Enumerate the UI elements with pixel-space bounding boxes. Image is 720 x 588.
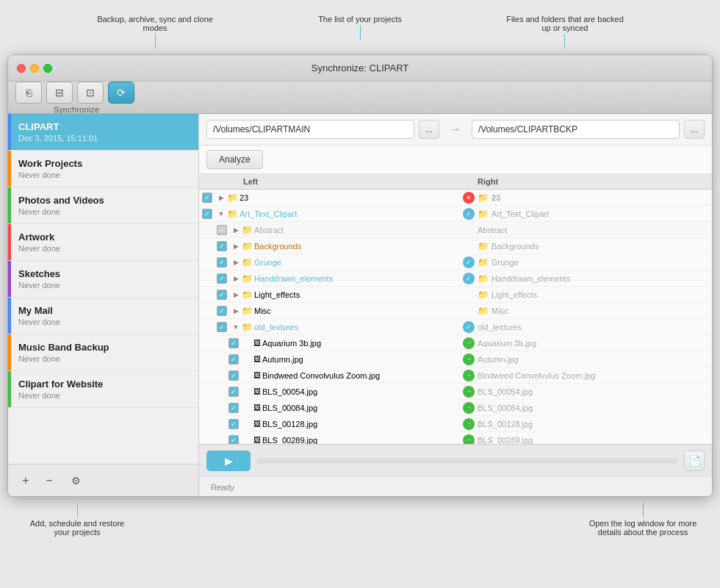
sidebar-item-mymail[interactable]: My Mail Never done [8, 298, 198, 334]
indicator-clipart [8, 114, 11, 150]
tree-row[interactable]: ▶ 📁 23 ✕ 📁 23 [199, 190, 712, 206]
item-name-mymail: My Mail [18, 305, 188, 316]
checkbox-old[interactable] [217, 322, 227, 332]
annot-bottom-line-right [643, 503, 644, 517]
filename-old: old_textures [254, 323, 298, 331]
checkbox-128[interactable] [228, 419, 239, 429]
tree-row[interactable]: ▶ 📁 Backgrounds 📁 Backgrounds [199, 238, 712, 254]
play-button[interactable]: ▶ [206, 451, 251, 471]
sidebar-item-musicband[interactable]: Music Band Backup Never done [8, 334, 198, 371]
expand-abstract[interactable]: ▶ [231, 226, 240, 234]
filename-289: BLS_00289.jpg [262, 436, 317, 445]
tree-row[interactable]: ▶ 📁 Misc 📁 Misc [199, 303, 712, 319]
sidebar-item-clipartsite[interactable]: Clipart for Website Never done [8, 371, 198, 408]
expand-hand[interactable]: ▶ [231, 274, 240, 283]
item-name-music: Music Band Backup [18, 342, 188, 353]
sidebar-footer: + − ⚙ [8, 464, 198, 496]
backup-button[interactable]: ⎗ [15, 82, 42, 104]
checkbox-light[interactable] [217, 290, 227, 300]
expand-light[interactable]: ▶ [231, 290, 240, 299]
expand-grunge[interactable]: ▶ [231, 258, 240, 267]
expand-bw [243, 371, 252, 380]
tree-left-abstract: ▶ 📁 Abstract [199, 225, 456, 235]
filename-light: Light_effects [254, 290, 300, 299]
checkbox-art[interactable] [202, 209, 212, 219]
right-filename-old: old_textures [478, 323, 522, 331]
settings-button[interactable]: ⚙ [67, 472, 84, 490]
window: Synchronize: CLIPART ⎗ ⊟ ⊡ ⟳ Synchronize [7, 54, 713, 497]
archive-button[interactable]: ⊟ [46, 82, 73, 104]
status-icon-ok-hand: ✓ [463, 273, 475, 284]
status-text: Ready [206, 483, 234, 492]
sidebar-item-artwork[interactable]: Artwork Never done [8, 224, 198, 261]
sidebar-item-photos[interactable]: Photos and Videos Never done [8, 187, 198, 224]
direction-arrow: → [444, 120, 467, 139]
tree-row[interactable]: ▶ 📁 Abstract Abstract [199, 222, 712, 238]
image-icon-128: 🖼 [253, 420, 261, 428]
checkbox-abstract[interactable] [217, 225, 227, 235]
right-path-input[interactable] [472, 120, 680, 139]
image-icon-autumn: 🖼 [253, 355, 261, 363]
tree-row[interactable]: 🖼 Bindweed Convolvulus Zoom.jpg → Bindwe… [199, 368, 712, 384]
tree-row[interactable]: ▶ 📁 Handdrawn_elements ✓ 📁 Handdrawn_ele… [199, 270, 712, 287]
tree-row[interactable]: ▶ 📁 Light_effects 📁 Light_effects [199, 287, 712, 303]
toolbar-buttons: ⎗ ⊟ ⊡ ⟳ [15, 82, 137, 104]
sidebar-item-work-projects[interactable]: Work Projects Never done [8, 151, 198, 187]
expand-misc[interactable]: ▶ [231, 306, 240, 315]
expand-old[interactable]: ▼ [231, 323, 240, 331]
log-button[interactable]: 📄 [684, 451, 705, 471]
checkbox-bw[interactable] [228, 370, 239, 381]
tree-row[interactable]: 🖼 Aquarium 3b.jpg → Aquarium 3b.jpg [199, 335, 712, 351]
checkbox-autumn[interactable] [228, 354, 239, 365]
expand-bg[interactable]: ▶ [231, 242, 240, 251]
tree-row[interactable]: 🖼 BLS_00289.jpg → BLS_00289.jpg [199, 432, 712, 444]
image-icon-84: 🖼 [253, 404, 261, 412]
maximize-button[interactable] [43, 64, 52, 73]
checkbox-23[interactable] [202, 193, 212, 203]
checkbox-hand[interactable] [217, 273, 227, 284]
checkbox-misc[interactable] [217, 306, 227, 316]
add-project-button[interactable]: + [17, 472, 35, 490]
remove-project-button[interactable]: − [40, 472, 58, 490]
right-dots-button[interactable]: ... [684, 120, 705, 139]
tree-row[interactable]: ▶ 📁 Grunge ✓ 📁 Grunge [199, 254, 712, 270]
clone-button[interactable]: ⊡ [77, 82, 104, 104]
tree-left-old: ▼ 📁 old_textures [199, 322, 456, 332]
annot-backup-text: Backup, archive, sync and clone modes [96, 15, 214, 32]
filename-23: 23 [240, 193, 248, 202]
tree-row[interactable]: ▼ 📁 Art_Text_Clipart ✓ 📁 Art_Text_Clipar… [199, 206, 712, 222]
checkbox-289[interactable] [228, 435, 239, 445]
close-button[interactable] [17, 64, 26, 73]
checkbox-54[interactable] [228, 387, 239, 397]
status-icon-ok-art: ✓ [463, 208, 475, 220]
checkbox-bg[interactable] [217, 241, 227, 251]
right-folder-icon-misc: 📁 [478, 306, 489, 316]
folder-icon-hand: 📁 [242, 273, 253, 284]
filename-art: Art_Text_Clipart [240, 209, 297, 218]
right-filename-hand: Handdrawn_elements [492, 274, 570, 283]
tree-row[interactable]: ▼ 📁 old_textures ✓ old_textures [199, 319, 712, 335]
checkbox-grunge[interactable] [217, 257, 227, 268]
annot-bottom-line-left [77, 503, 78, 517]
left-dots-button[interactable]: ... [419, 120, 439, 139]
tree-right-light: 📁 Light_effects [456, 290, 712, 300]
tree-row[interactable]: 🖼 BLS_00054.jpg → BLS_00054.jpg [199, 384, 712, 400]
left-path-input[interactable] [206, 120, 414, 139]
sync-button[interactable]: ⟳ [108, 82, 134, 104]
right-filename-autumn: Autumn.jpg [478, 355, 519, 364]
tree-left-hand: ▶ 📁 Handdrawn_elements [199, 273, 456, 284]
minimize-button[interactable] [30, 64, 39, 73]
sidebar-item-clipart[interactable]: CLIPART Dec 3, 2015, 15:11:01 [8, 114, 198, 151]
checkbox-aq[interactable] [228, 338, 239, 348]
indicator-photos [8, 187, 11, 223]
tree-row[interactable]: 🖼 BLS_00084.jpg → BLS_00084.jpg [199, 400, 712, 416]
tree-row[interactable]: 🖼 Autumn.jpg → Autumn.jpg [199, 351, 712, 368]
filename-abstract: Abstract [254, 226, 284, 234]
checkbox-84[interactable] [228, 403, 239, 413]
tree-row[interactable]: 🖼 BLS_00128.jpg → BLS_00128.jpg [199, 416, 712, 432]
expand-23[interactable]: ▶ [217, 193, 226, 202]
sidebar-item-sketches[interactable]: Sketches Never done [8, 261, 198, 298]
expand-art[interactable]: ▼ [217, 209, 226, 218]
analyze-button[interactable]: Analyze [206, 150, 263, 169]
progress-bar [256, 458, 678, 464]
